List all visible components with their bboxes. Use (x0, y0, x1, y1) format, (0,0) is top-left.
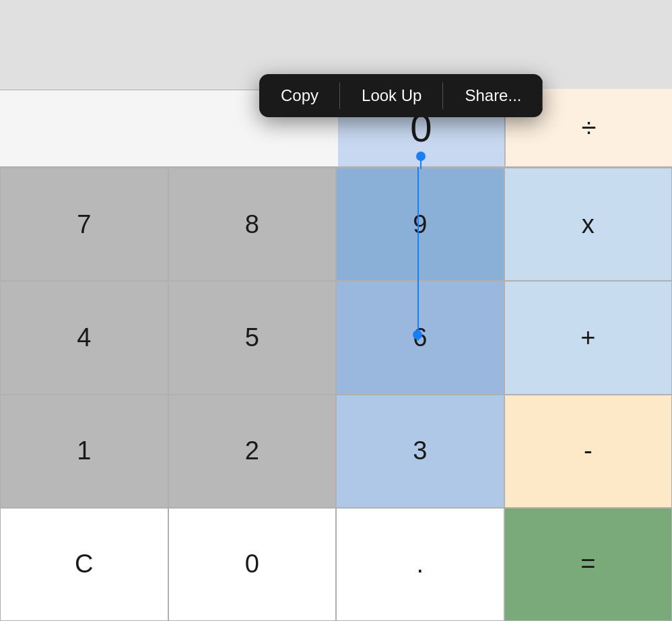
key-9[interactable]: 9 (336, 168, 504, 281)
lookup-menu-item[interactable]: Look Up (340, 74, 443, 117)
key-3[interactable]: 3 (336, 395, 504, 508)
key-8[interactable]: 8 (168, 168, 337, 281)
key-1[interactable]: 1 (0, 395, 168, 508)
key-5[interactable]: 5 (168, 281, 337, 394)
key-add[interactable]: + (504, 281, 673, 394)
key-0[interactable]: 0 (168, 508, 337, 621)
key-multiply[interactable]: x (504, 168, 673, 281)
display-operator: ÷ (582, 112, 597, 143)
selection-handle-top-line (420, 160, 422, 169)
copy-menu-item[interactable]: Copy (259, 74, 340, 117)
selection-handle-line-bottom (417, 167, 419, 341)
key-clear[interactable]: C (0, 508, 168, 621)
selection-handle-bottom-dot (413, 330, 422, 339)
key-decimal[interactable]: . (336, 508, 504, 621)
key-equals[interactable]: = (504, 508, 673, 621)
key-4[interactable]: 4 (0, 281, 168, 394)
key-2[interactable]: 2 (168, 395, 337, 508)
context-menu: Copy Look Up Share... (259, 74, 543, 117)
selection-handle-top-dot (416, 152, 426, 161)
key-subtract[interactable]: - (504, 395, 673, 508)
calculator-grid: 7 8 9 x 4 5 6 + 1 2 3 - C 0 . = (0, 167, 672, 621)
share-menu-item[interactable]: Share... (443, 74, 543, 117)
key-7[interactable]: 7 (0, 168, 168, 281)
context-menu-arrow (392, 116, 411, 117)
top-area: Copy Look Up Share... 0 ÷ (0, 0, 672, 167)
